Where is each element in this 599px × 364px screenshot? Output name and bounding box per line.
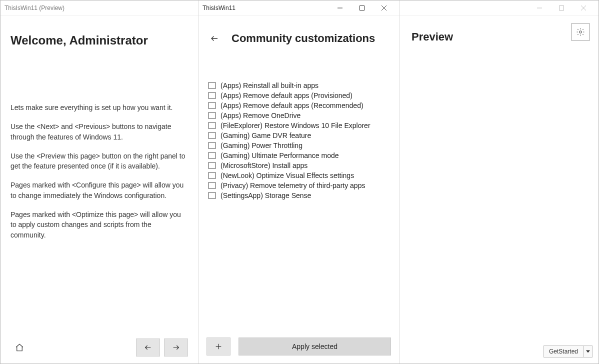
community-heading: Community customizations [232,32,375,45]
close-icon [382,6,386,10]
dropdown-value: GetStarted [544,348,583,355]
maximize-icon [360,6,364,10]
plus-icon [214,342,222,350]
maximize-button[interactable] [351,0,373,16]
list-item[interactable]: (Privacy) Remove telemetry of third-part… [208,180,389,190]
checkbox[interactable] [208,162,216,169]
checkbox[interactable] [208,132,216,139]
list-item[interactable]: (MicrosoftStore) Install apps [208,160,389,170]
item-label: (Apps) Remove OneDrive [220,112,300,120]
item-label: (Privacy) Remove telemetry of third-part… [220,182,365,190]
left-titlebar: ThisIsWin11 (Preview) [0,0,198,16]
item-label: (Apps) Reinstall all built-in apps [220,82,318,90]
middle-window-title: ThisIsWin11 [202,4,236,12]
right-titlebar [400,0,598,16]
right-header: Preview [400,16,598,48]
settings-button[interactable] [572,23,590,41]
left-footer [10,332,188,364]
item-label: (Apps) Remove default apps (Recommended) [220,102,364,110]
welcome-heading: Welcome, Administrator [10,34,188,48]
middle-header: Community customizations [198,16,399,52]
home-button[interactable] [10,338,28,356]
checkbox[interactable] [208,142,216,149]
checkbox[interactable] [208,172,216,179]
list-item[interactable]: (Apps) Reinstall all built-in apps [208,80,389,90]
back-button[interactable] [206,30,224,48]
list-item[interactable]: (Apps) Remove default apps (Provisioned) [208,90,389,100]
previous-button[interactable] [136,338,160,356]
intro-para-4: Pages marked with <Optimize this page> w… [10,210,188,240]
apply-label: Apply selected [292,342,338,350]
chevron-down-icon [583,346,592,357]
intro-para-3: Pages marked with <Configure this page> … [10,180,188,200]
customization-list: (Apps) Reinstall all built-in apps(Apps)… [198,52,399,332]
item-label: (Gaming) Power Throttling [220,142,302,150]
checkbox[interactable] [208,192,216,199]
list-item[interactable]: (Apps) Remove OneDrive [208,110,389,120]
left-content: Welcome, Administrator Lets make sure ev… [0,16,198,364]
list-item[interactable]: (Gaming) Ultimate Performance mode [208,150,389,160]
minimize-button[interactable] [329,0,351,16]
list-item[interactable]: (NewLook) Optimize Visual Effects settin… [208,170,389,180]
arrow-right-icon [171,344,181,352]
item-label: (SettingsApp) Storage Sense [220,192,311,200]
svg-rect-7 [560,6,564,10]
checkbox[interactable] [208,112,216,119]
item-label: (NewLook) Optimize Visual Effects settin… [220,172,354,180]
left-panel: ThisIsWin11 (Preview) Welcome, Administr… [0,0,198,364]
right-panel: Preview GetStarted [400,0,598,364]
item-label: (FileExplorer) Restore Windows 10 File E… [220,122,370,130]
preview-body [400,48,598,342]
list-item[interactable]: (Gaming) Power Throttling [208,140,389,150]
checkbox[interactable] [208,182,216,189]
preview-heading: Preview [412,30,453,44]
left-window-title: ThisIsWin11 (Preview) [4,4,64,12]
close-icon [581,6,586,10]
close-button-right[interactable] [572,0,594,16]
maximize-icon [559,6,564,10]
item-label: (Apps) Remove default apps (Provisioned) [220,92,352,100]
checkbox[interactable] [208,122,216,129]
intro-para-1: Use the <Next> and <Previous> buttons to… [10,122,188,142]
right-footer: GetStarted [400,342,598,364]
item-label: (MicrosoftStore) Install apps [220,162,308,170]
maximize-button-right[interactable] [550,0,572,16]
next-button[interactable] [164,338,188,356]
item-label: (Gaming) Game DVR feature [220,132,311,140]
close-button[interactable] [373,0,395,16]
svg-point-10 [580,31,582,34]
intro-para-0: Lets make sure everything is set up how … [10,102,188,112]
middle-panel: ThisIsWin11 Community customizations (Ap… [198,0,400,364]
list-item[interactable]: (Gaming) Game DVR feature [208,130,389,140]
apply-selected-button[interactable]: Apply selected [238,338,391,356]
arrow-left-icon [143,344,153,352]
intro-para-2: Use the <Preview this page> button on th… [10,151,188,172]
arrow-left-icon [209,34,220,43]
list-item[interactable]: (Apps) Remove default apps (Recommended) [208,100,389,110]
minimize-icon [537,6,542,10]
middle-footer: Apply selected [198,332,399,364]
gear-icon [576,28,585,36]
checkbox[interactable] [208,82,216,89]
minimize-button-right[interactable] [528,0,550,16]
add-button[interactable] [206,338,230,356]
page-dropdown[interactable]: GetStarted [544,346,592,358]
home-icon [15,343,24,352]
checkbox[interactable] [208,102,216,109]
item-label: (Gaming) Ultimate Performance mode [220,152,339,160]
list-item[interactable]: (SettingsApp) Storage Sense [208,190,389,200]
svg-rect-1 [360,6,364,10]
checkbox[interactable] [208,152,216,159]
nav-buttons [136,338,188,356]
checkbox[interactable] [208,92,216,99]
list-item[interactable]: (FileExplorer) Restore Windows 10 File E… [208,120,389,130]
minimize-icon [338,6,342,10]
middle-titlebar: ThisIsWin11 [198,0,399,16]
